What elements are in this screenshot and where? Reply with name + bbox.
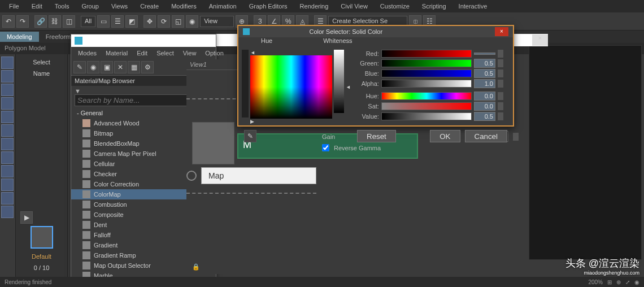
- put-material-button[interactable]: ◉: [87, 61, 99, 73]
- link-button[interactable]: 🔗: [34, 15, 47, 28]
- menu-edit[interactable]: Edit: [27, 2, 47, 11]
- menu-rendering[interactable]: Rendering: [295, 2, 333, 11]
- cancel-button[interactable]: Cancel: [465, 130, 508, 142]
- tool-7[interactable]: [1, 138, 14, 150]
- alpha-value[interactable]: 1.0: [474, 79, 495, 88]
- nav-icon-3[interactable]: ⤢: [625, 279, 630, 285]
- tool-3[interactable]: [1, 84, 14, 96]
- blue-value[interactable]: 0.5: [474, 69, 495, 78]
- sat-slider[interactable]: [381, 102, 472, 110]
- red-slider[interactable]: [381, 50, 472, 58]
- menu-group[interactable]: Group: [77, 2, 103, 11]
- select-name-button[interactable]: ☰: [111, 15, 124, 28]
- undo-button[interactable]: ↶: [2, 15, 15, 28]
- menu-graph-editors[interactable]: Graph Editors: [245, 2, 292, 11]
- bind-button[interactable]: ◫: [63, 15, 75, 28]
- nav-icon-4[interactable]: ◉: [634, 279, 639, 285]
- ref-coord-dropdown[interactable]: View: [200, 16, 234, 27]
- spinner-icon[interactable]: [498, 69, 503, 77]
- rotate-button[interactable]: ⟳: [158, 15, 170, 28]
- tool-12[interactable]: [1, 206, 14, 218]
- sat-value[interactable]: 0.0: [474, 102, 495, 111]
- hue-value[interactable]: 0.0: [474, 92, 495, 101]
- tool-4[interactable]: [1, 97, 14, 110]
- eyedropper-icon[interactable]: ✎: [244, 130, 256, 142]
- menu-interactive[interactable]: Interactive: [454, 2, 492, 11]
- menu-modes[interactable]: Modes: [75, 49, 100, 58]
- reset-button[interactable]: Reset: [357, 130, 396, 142]
- spinner-icon[interactable]: [498, 59, 503, 67]
- spinner-icon[interactable]: [498, 80, 503, 88]
- menu-scripting[interactable]: Scripting: [417, 2, 451, 11]
- color-dialog-titlebar[interactable]: Color Selector: Solid Color ×: [238, 26, 513, 37]
- pick-material-button[interactable]: ✎: [73, 61, 86, 73]
- alpha-slider[interactable]: [381, 80, 472, 88]
- assign-button[interactable]: ▣: [101, 61, 113, 73]
- unlink-button[interactable]: ⛓: [49, 15, 61, 28]
- map-slot[interactable]: Map: [201, 167, 316, 184]
- tool-5[interactable]: [1, 111, 14, 123]
- hue-slider[interactable]: [381, 92, 472, 100]
- tool-11[interactable]: [1, 192, 14, 205]
- spinner-icon[interactable]: [513, 133, 519, 141]
- nav-icon-1[interactable]: ⊞: [607, 279, 612, 285]
- tree-item-label: Dent: [94, 221, 107, 228]
- menu-customize[interactable]: Customize: [376, 2, 414, 11]
- blackness-bar[interactable]: [242, 50, 249, 118]
- spinner-icon[interactable]: [498, 50, 503, 58]
- redo-button[interactable]: ↷: [16, 15, 29, 28]
- ok-button[interactable]: OK: [430, 130, 460, 142]
- select-button[interactable]: ▭: [97, 15, 110, 28]
- green-slider[interactable]: [381, 59, 472, 67]
- menu-views[interactable]: Views: [107, 2, 132, 11]
- show-map-button[interactable]: ▦: [128, 61, 140, 73]
- green-value[interactable]: 0.5: [474, 59, 495, 68]
- menu-select[interactable]: Select: [153, 49, 177, 58]
- scale-button[interactable]: ◱: [172, 15, 184, 28]
- menu-tools[interactable]: Tools: [50, 2, 74, 11]
- color-spectrum-picker[interactable]: [250, 55, 332, 119]
- menu-modifiers[interactable]: Modifiers: [167, 2, 201, 11]
- value-value[interactable]: 0.5: [474, 112, 495, 121]
- options-button[interactable]: ⚙: [141, 61, 154, 73]
- close-icon[interactable]: ×: [532, 34, 548, 46]
- selection-filter-dropdown[interactable]: All: [81, 16, 95, 27]
- spinner-icon[interactable]: [498, 102, 503, 110]
- material-preview-sphere[interactable]: [192, 122, 234, 164]
- tool-1[interactable]: [1, 56, 14, 69]
- tool-8[interactable]: [1, 151, 14, 164]
- nav-icon-2[interactable]: ⊕: [616, 279, 621, 285]
- tool-10[interactable]: [1, 179, 14, 191]
- menu-options[interactable]: Option: [202, 49, 227, 58]
- close-icon[interactable]: ×: [495, 27, 508, 36]
- play-icon[interactable]: ▶: [20, 211, 33, 224]
- value-slider[interactable]: [381, 112, 472, 120]
- reverse-gamma-checkbox[interactable]: [322, 144, 329, 151]
- menu-file[interactable]: File: [5, 2, 24, 11]
- menu-material[interactable]: Material: [102, 49, 131, 58]
- blue-slider[interactable]: [381, 69, 472, 77]
- tool-9[interactable]: [1, 165, 14, 177]
- material-thumbnail[interactable]: [31, 226, 53, 249]
- select-region-button[interactable]: ◩: [125, 15, 138, 28]
- menu-view[interactable]: View: [180, 49, 200, 58]
- menu-edit[interactable]: Edit: [133, 49, 151, 58]
- tool-2[interactable]: [1, 70, 14, 82]
- menu-animation[interactable]: Animation: [204, 2, 241, 11]
- red-value[interactable]: [474, 53, 495, 55]
- lock-icon[interactable]: 🔒: [192, 263, 200, 271]
- viewport-perspective[interactable]: [529, 45, 642, 260]
- spinner-icon[interactable]: [498, 92, 503, 100]
- tab-modeling[interactable]: Modeling: [0, 32, 39, 42]
- zoom-level[interactable]: 200%: [588, 279, 603, 285]
- move-button[interactable]: ✥: [143, 15, 156, 28]
- tool-6[interactable]: [1, 124, 14, 137]
- delete-button[interactable]: ✕: [114, 61, 127, 73]
- spinner-icon[interactable]: [498, 112, 503, 120]
- whiteness-bar[interactable]: [334, 50, 344, 113]
- placement-button[interactable]: ◉: [186, 15, 198, 28]
- map-connector-icon[interactable]: [186, 171, 197, 181]
- menu-create[interactable]: Create: [136, 2, 163, 11]
- menu-civil-view[interactable]: Civil View: [336, 2, 372, 11]
- mat-browser-titlebar[interactable]: [71, 34, 216, 47]
